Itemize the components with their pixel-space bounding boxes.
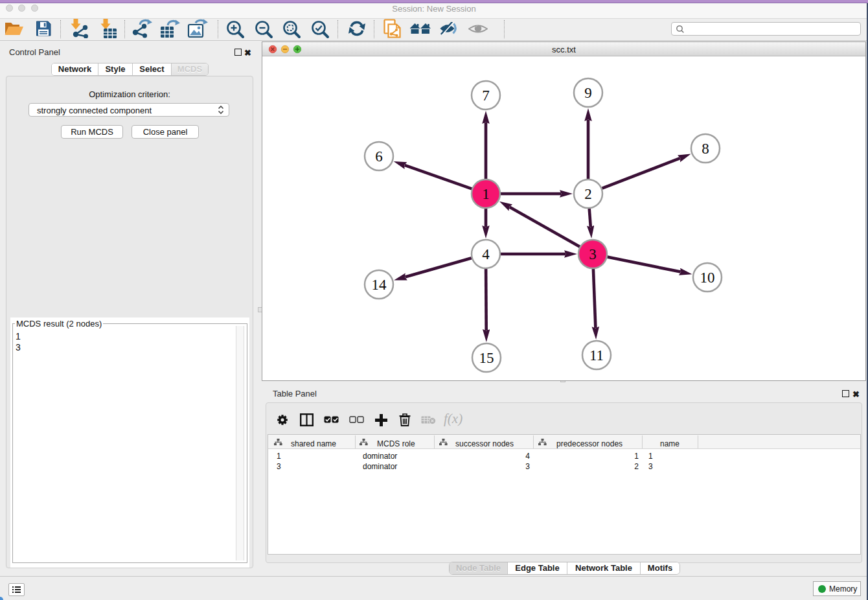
svg-text:3: 3 (589, 246, 597, 262)
svg-text:2: 2 (584, 186, 592, 202)
svg-text:4: 4 (482, 246, 490, 262)
svg-text:9: 9 (584, 85, 592, 101)
svg-text:6: 6 (375, 148, 383, 165)
svg-text:14: 14 (372, 277, 387, 293)
svg-text:11: 11 (589, 347, 604, 363)
svg-text:7: 7 (482, 87, 490, 104)
svg-text:8: 8 (702, 141, 709, 157)
svg-text:10: 10 (700, 270, 715, 286)
svg-text:15: 15 (479, 350, 494, 366)
svg-text:1: 1 (482, 186, 490, 202)
